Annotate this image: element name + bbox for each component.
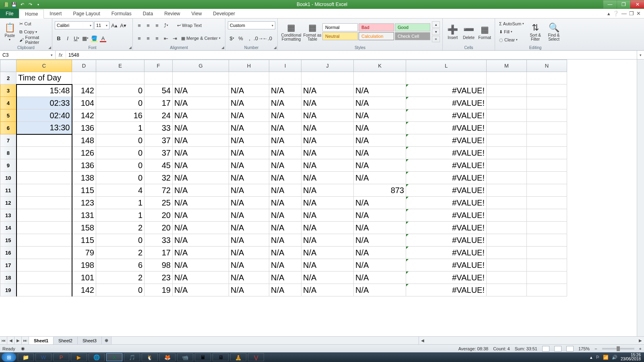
window-min-icon[interactable]: — (621, 10, 627, 16)
taskbar-excel-icon[interactable]: X (106, 353, 122, 361)
align-middle-icon[interactable]: ≡ (144, 21, 152, 29)
cell-D19[interactable]: 142 (72, 284, 96, 296)
cell-M2[interactable] (487, 72, 527, 84)
border-button[interactable]: ▦▾ (81, 34, 89, 42)
cell-E2[interactable] (96, 72, 144, 84)
cell-G11[interactable]: N/A (173, 184, 229, 197)
cell-I18[interactable]: N/A (269, 272, 301, 284)
tab-developer[interactable]: Developer (207, 9, 241, 18)
cell-L7[interactable]: #VALUE! (406, 134, 487, 147)
font-color-button[interactable]: A (99, 34, 107, 42)
cell-N10[interactable] (527, 172, 567, 184)
row-header-10[interactable]: 10 (0, 172, 17, 184)
fx-icon[interactable]: fx (56, 51, 66, 59)
cell-C13[interactable] (17, 209, 72, 222)
cell-I6[interactable]: N/A (269, 122, 301, 134)
increase-decimal-icon[interactable]: .0→ (254, 34, 262, 42)
cell-H11[interactable]: N/A (229, 184, 269, 197)
cell-M6[interactable] (487, 122, 527, 134)
taskbar-explorer-icon[interactable]: 📁 (18, 353, 34, 361)
cell-H3[interactable]: N/A (229, 84, 269, 97)
cell-F16[interactable]: 17 (144, 247, 173, 259)
cell-E17[interactable]: 6 (96, 259, 144, 272)
style-calculation[interactable]: Calculation (359, 32, 394, 40)
cell-I14[interactable]: N/A (269, 222, 301, 234)
cell-D4[interactable]: 104 (72, 97, 96, 109)
undo-icon[interactable]: ↶ (19, 1, 26, 8)
taskbar-app1-icon[interactable]: 🎵 (124, 353, 140, 361)
cell-I17[interactable]: N/A (269, 259, 301, 272)
cell-E19[interactable]: 0 (96, 284, 144, 296)
zoom-level[interactable]: 175% (578, 346, 590, 351)
cell-L12[interactable]: #VALUE! (406, 197, 487, 209)
cell-K8[interactable]: N/A (354, 147, 406, 159)
cell-G14[interactable]: N/A (173, 222, 229, 234)
restore-button[interactable]: ❐ (617, 0, 630, 8)
cell-D17[interactable]: 198 (72, 259, 96, 272)
cell-G2[interactable] (173, 72, 229, 84)
cell-M9[interactable] (487, 159, 527, 172)
autosum-button[interactable]: ΣAutoSum▾ (497, 20, 526, 27)
cell-L17[interactable]: #VALUE! (406, 259, 487, 272)
cell-M18[interactable] (487, 272, 527, 284)
cell-K7[interactable]: N/A (354, 134, 406, 147)
cell-G12[interactable]: N/A (173, 197, 229, 209)
cell-C14[interactable] (17, 222, 72, 234)
font-size-combo[interactable]: 11▾ (94, 21, 109, 29)
cell-K13[interactable]: N/A (354, 209, 406, 222)
cell-D15[interactable]: 115 (72, 234, 96, 247)
align-right-icon[interactable]: ≡ (153, 34, 161, 42)
cell-J16[interactable]: N/A (301, 247, 354, 259)
style-neutral[interactable]: Neutral (322, 32, 358, 40)
cell-C16[interactable] (17, 247, 72, 259)
cell-C19[interactable] (17, 284, 72, 296)
cell-M16[interactable] (487, 247, 527, 259)
cell-F10[interactable]: 32 (144, 172, 173, 184)
align-center-icon[interactable]: ≡ (144, 34, 152, 42)
cell-H19[interactable]: N/A (229, 284, 269, 296)
wrap-text-button[interactable]: ↩Wrap Text (175, 22, 203, 29)
tray-clock[interactable]: 15:2623/06/2018 (621, 353, 641, 361)
cell-G8[interactable]: N/A (173, 147, 229, 159)
sheet-tab-2[interactable]: Sheet2 (54, 337, 78, 344)
minimize-ribbon-icon[interactable]: ▴ (607, 10, 610, 16)
cell-G18[interactable]: N/A (173, 272, 229, 284)
style-bad[interactable]: Bad (359, 23, 394, 31)
cell-G3[interactable]: N/A (173, 84, 229, 97)
format-as-table-button[interactable]: ▦Format as Table (303, 19, 322, 44)
cell-H6[interactable]: N/A (229, 122, 269, 134)
col-header-N[interactable]: N (527, 60, 567, 72)
cell-H5[interactable]: N/A (229, 109, 269, 122)
copy-button[interactable]: ⧉Copy▾ (18, 28, 50, 35)
cell-D7[interactable]: 148 (72, 134, 96, 147)
underline-button[interactable]: U▾ (72, 34, 80, 42)
alignment-launcher-icon[interactable]: ◢ (221, 45, 224, 49)
cell-N19[interactable] (527, 284, 567, 296)
cell-M19[interactable] (487, 284, 527, 296)
cell-N14[interactable] (527, 222, 567, 234)
cell-I11[interactable]: N/A (269, 184, 301, 197)
tab-formulas[interactable]: Formulas (106, 9, 137, 18)
format-painter-button[interactable]: 🖌Format Painter (18, 36, 50, 43)
cell-C15[interactable] (17, 234, 72, 247)
cell-D5[interactable]: 142 (72, 109, 96, 122)
cell-N11[interactable] (527, 184, 567, 197)
redo-icon[interactable]: ↷ (27, 1, 34, 8)
cell-K19[interactable]: N/A (354, 284, 406, 296)
cell-K15[interactable]: N/A (354, 234, 406, 247)
cell-E18[interactable]: 2 (96, 272, 144, 284)
cell-N4[interactable] (527, 97, 567, 109)
spreadsheet-grid[interactable]: CDEFGHIJKLMN2Time of Day315:48142054N/AN… (0, 60, 567, 296)
cell-F8[interactable]: 37 (144, 147, 173, 159)
cell-M7[interactable] (487, 134, 527, 147)
cell-J14[interactable]: N/A (301, 222, 354, 234)
taskbar-media-icon[interactable]: ▶ (71, 353, 87, 361)
sheet-nav-prev-icon[interactable]: ◀ (7, 337, 14, 344)
cell-K18[interactable]: N/A (354, 272, 406, 284)
tab-page-layout[interactable]: Page Layout (67, 9, 105, 18)
increase-font-icon[interactable]: A▴ (110, 21, 118, 29)
cell-K14[interactable]: N/A (354, 222, 406, 234)
cell-D10[interactable]: 138 (72, 172, 96, 184)
styles-scroll-up-icon[interactable]: ▴ (432, 21, 440, 28)
cell-G13[interactable]: N/A (173, 209, 229, 222)
